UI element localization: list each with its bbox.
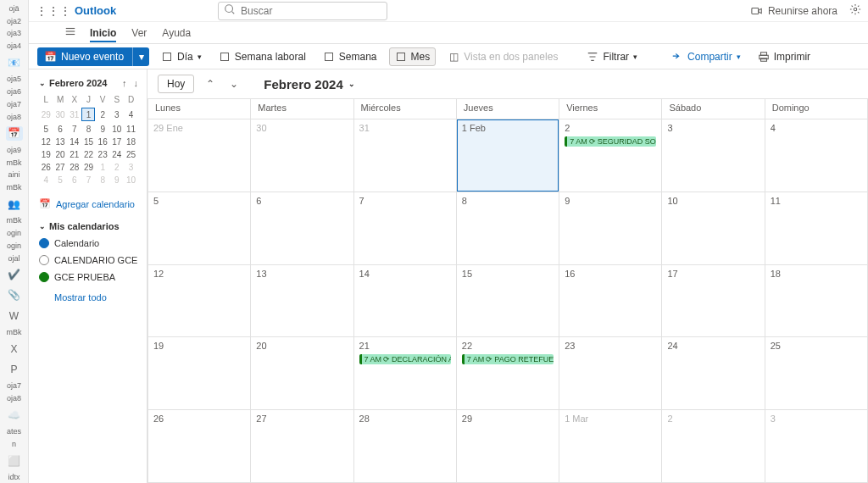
show-all-button[interactable]: Mostrar todo xyxy=(54,292,138,303)
mini-day[interactable]: 31 xyxy=(67,106,81,123)
day-cell[interactable]: 9 xyxy=(559,192,662,265)
rail-app-icon[interactable]: X xyxy=(6,341,23,356)
mini-day[interactable]: 30 xyxy=(53,106,68,123)
day-cell[interactable]: 3 xyxy=(765,410,868,483)
day-cell[interactable]: 5 xyxy=(148,192,251,265)
mini-day[interactable]: 9 xyxy=(110,174,125,186)
mini-day[interactable]: 15 xyxy=(81,136,96,148)
rail-item[interactable]: ojal xyxy=(2,253,27,264)
mini-day[interactable]: 17 xyxy=(110,136,125,148)
day-cell[interactable]: 15 xyxy=(457,265,559,338)
mini-day[interactable]: 3 xyxy=(124,161,138,174)
rail-item[interactable]: aini xyxy=(2,169,27,180)
day-cell[interactable]: 8 xyxy=(457,192,559,265)
day-cell[interactable]: 14 xyxy=(354,265,457,338)
new-event-button[interactable]: 📅Nuevo evento ▾ xyxy=(37,47,149,66)
meet-now-button[interactable]: Reunirse ahora xyxy=(751,5,837,17)
calendar-event[interactable]: 7 AM⟳PAGO RETEFUENTE ENERO xyxy=(462,354,554,364)
calendar-event[interactable]: 7 AM⟳SEGURIDAD SOCIAL ENER xyxy=(565,136,656,147)
mini-day[interactable]: 23 xyxy=(96,148,110,161)
mini-day[interactable]: 20 xyxy=(53,148,68,161)
mini-day[interactable]: 6 xyxy=(53,123,68,136)
mini-day[interactable]: 4 xyxy=(39,174,53,186)
rail-app-icon[interactable]: 📅 xyxy=(6,126,23,141)
day-cell[interactable]: 217 AM⟳DECLARACIÓN ANUAL CO xyxy=(354,337,457,410)
split-view-button[interactable]: ◫Vista en dos paneles xyxy=(442,48,563,65)
rail-item[interactable]: mBk xyxy=(2,326,27,338)
app-launcher-icon[interactable]: ⋮⋮⋮ xyxy=(36,4,71,18)
add-calendar-button[interactable]: 📅 Agregar calendario xyxy=(39,198,138,209)
tab-ayuda[interactable]: Ayuda xyxy=(162,24,191,42)
app-title[interactable]: Outlook xyxy=(75,4,116,17)
day-cell[interactable]: 27 AM⟳SEGURIDAD SOCIAL ENER xyxy=(559,119,662,192)
day-cell[interactable]: 31 xyxy=(354,119,457,192)
day-cell[interactable]: 26 xyxy=(148,410,251,483)
my-calendars-section[interactable]: ⌄ Mis calendarios xyxy=(39,221,138,231)
day-cell[interactable]: 3 xyxy=(662,119,765,192)
mini-day[interactable]: 5 xyxy=(53,174,68,186)
day-cell[interactable]: 23 xyxy=(559,337,662,410)
rail-item[interactable]: oja7 xyxy=(2,380,27,392)
day-cell[interactable]: 1 Mar xyxy=(559,410,662,483)
mini-day[interactable]: 18 xyxy=(124,136,138,148)
mini-day[interactable]: 7 xyxy=(81,174,96,186)
rail-item[interactable]: ates xyxy=(2,425,27,437)
rail-item[interactable]: oja2 xyxy=(2,15,27,27)
day-cell[interactable]: 227 AM⟳PAGO RETEFUENTE ENERO xyxy=(457,337,559,410)
mini-day[interactable]: 8 xyxy=(96,174,110,186)
mini-day[interactable]: 22 xyxy=(81,148,96,161)
day-cell[interactable]: 17 xyxy=(662,265,765,338)
tab-inicio[interactable]: Inicio xyxy=(90,24,116,42)
day-cell[interactable]: 16 xyxy=(559,265,662,338)
view-week-button[interactable]: Semana xyxy=(318,48,382,65)
search-input[interactable] xyxy=(241,5,381,17)
day-cell[interactable]: 2 xyxy=(662,410,765,483)
day-cell[interactable]: 13 xyxy=(251,265,353,338)
view-month-button[interactable]: Mes xyxy=(389,47,437,66)
rail-item[interactable]: oja3 xyxy=(2,28,27,40)
day-cell[interactable]: 28 xyxy=(354,410,457,483)
day-cell[interactable]: 6 xyxy=(251,192,353,265)
rail-app-icon[interactable]: 👥 xyxy=(6,197,23,211)
mini-day[interactable]: 12 xyxy=(39,136,53,148)
search-box[interactable] xyxy=(218,2,387,20)
rail-item[interactable]: ojä xyxy=(2,3,27,14)
today-button[interactable]: Hoy xyxy=(158,75,194,93)
mini-day[interactable]: 29 xyxy=(39,106,53,123)
mini-day[interactable]: 13 xyxy=(53,136,68,148)
filter-button[interactable]: Filtrar▾ xyxy=(581,48,643,65)
mini-day[interactable]: 26 xyxy=(39,161,53,174)
mini-day[interactable]: 10 xyxy=(124,174,138,186)
view-workweek-button[interactable]: Semana laboral xyxy=(214,48,311,65)
day-cell[interactable]: 7 xyxy=(354,192,457,265)
new-event-dropdown[interactable]: ▾ xyxy=(132,47,149,66)
mini-day[interactable]: 25 xyxy=(124,148,138,161)
day-cell[interactable]: 12 xyxy=(148,265,251,338)
calendar-item[interactable]: CALENDARIO GCE xyxy=(39,255,138,265)
calendar-event[interactable]: 7 AM⟳DECLARACIÓN ANUAL CO xyxy=(359,354,451,364)
rail-item[interactable]: ogin xyxy=(2,227,27,239)
share-button[interactable]: Compartir▾ xyxy=(666,48,746,65)
day-cell[interactable]: 10 xyxy=(662,192,765,265)
mini-day[interactable]: 24 xyxy=(110,148,125,161)
rail-app-icon[interactable]: 📧 xyxy=(6,55,23,69)
settings-icon[interactable] xyxy=(849,3,861,18)
calendar-item[interactable]: GCE PRUEBA xyxy=(39,272,138,282)
mini-day[interactable]: 6 xyxy=(67,174,81,186)
mini-day[interactable]: 2 xyxy=(110,161,125,174)
mini-day[interactable]: 14 xyxy=(67,136,81,148)
calendar-title[interactable]: Febrero 2024 ⌄ xyxy=(264,77,354,92)
day-cell[interactable]: 18 xyxy=(765,265,868,338)
menu-icon[interactable] xyxy=(64,25,76,40)
rail-item[interactable]: oja7 xyxy=(2,98,27,110)
mini-day[interactable]: 3 xyxy=(110,106,125,123)
day-cell[interactable]: 20 xyxy=(251,337,353,410)
mini-cal-next[interactable]: ↓ xyxy=(134,78,139,88)
day-cell[interactable]: 4 xyxy=(765,119,868,192)
day-cell[interactable]: 27 xyxy=(251,410,353,483)
rail-app-icon[interactable]: ☁️ xyxy=(6,408,23,422)
rail-item[interactable]: oja8 xyxy=(2,111,27,123)
mini-day[interactable]: 1 xyxy=(96,161,110,174)
day-cell[interactable]: 1 Feb xyxy=(457,119,559,192)
rail-item[interactable]: ogin xyxy=(2,240,27,252)
